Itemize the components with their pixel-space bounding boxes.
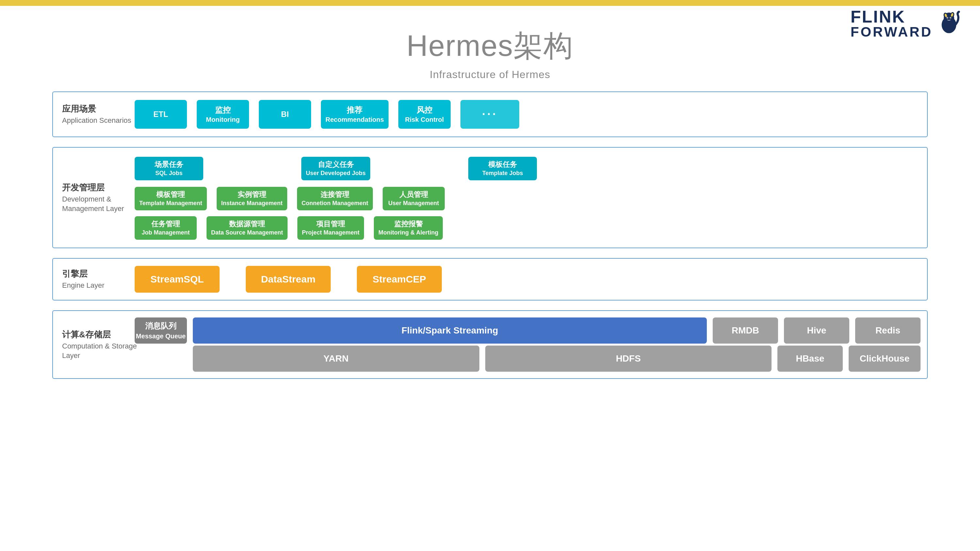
top-bar [0, 0, 980, 6]
btn-project-mgmt[interactable]: 项目管理 Project Management [298, 216, 364, 240]
btn-sql-jobs[interactable]: 场景任务 SQL Jobs [135, 157, 203, 180]
btn-user-mgmt[interactable]: 人员管理 User Management [383, 187, 445, 210]
btn-datasource-mgmt[interactable]: 数据源管理 Data Source Management [207, 216, 288, 240]
layer-dev-label-en: Development & Management Layer [62, 195, 124, 213]
btn-yarn[interactable]: YARN [193, 346, 479, 372]
btn-streamsql[interactable]: StreamSQL [135, 266, 220, 293]
layer-engine-label-cn: 引擎层 [62, 268, 105, 279]
btn-recommendations[interactable]: 推荐 Recommendations [321, 100, 388, 129]
architecture-diagram: 应用场景 Application Scenarios ETL 监控 Monito… [52, 91, 928, 525]
page-subtitle: Infrastructure of Hermes [0, 68, 980, 81]
layer-engine: 引擎层 Engine Layer StreamSQL DataStream St… [52, 258, 928, 300]
btn-job-mgmt[interactable]: 任务管理 Job Management [135, 216, 197, 240]
btn-etl[interactable]: ETL [135, 100, 187, 129]
layer-dev-label-cn: 开发管理层 [62, 182, 124, 193]
btn-monitoring-alerting[interactable]: 监控报警 Monitoring & Alerting [374, 216, 443, 240]
btn-hive[interactable]: Hive [784, 318, 849, 344]
btn-connection-mgmt[interactable]: 连接管理 Connetion Management [297, 187, 373, 210]
btn-flink-spark[interactable]: Flink/Spark Streaming [193, 318, 707, 344]
page-title: Hermes架构 [0, 26, 980, 66]
btn-redis[interactable]: Redis [855, 318, 921, 344]
layer-engine-label: 引擎层 Engine Layer [62, 268, 105, 291]
logo-line1: FLINK [851, 8, 932, 25]
btn-monitoring[interactable]: 监控 Monitoring [197, 100, 249, 129]
layer-app: 应用场景 Application Scenarios ETL 监控 Monito… [52, 91, 928, 137]
layer-dev-label: 开发管理层 Development & Management Layer [62, 182, 124, 213]
layer-compute: 计算&存储层 Computation & Storage Layer 消息队列 … [52, 310, 928, 379]
dev-row1: 场景任务 SQL Jobs 自定义任务 User Developed Jobs … [135, 157, 537, 180]
btn-bi[interactable]: BI [259, 100, 311, 129]
btn-rmdb[interactable]: RMDB [713, 318, 778, 344]
app-buttons: ETL 监控 Monitoring BI 推荐 Recommendations … [135, 100, 519, 129]
engine-buttons: StreamSQL DataStream StreamCEP [135, 266, 442, 293]
btn-template-mgmt[interactable]: 模板管理 Template Management [135, 187, 207, 210]
layer-compute-label: 计算&存储层 Computation & Storage Layer [62, 329, 137, 360]
layer-app-label-cn: 应用场景 [62, 103, 131, 114]
compute-content: 消息队列 Message Queue Flink/Spark Streaming… [135, 318, 921, 372]
layer-compute-label-en: Computation & Storage Layer [62, 341, 137, 360]
btn-hbase[interactable]: HBase [777, 346, 843, 372]
btn-more[interactable]: ··· [460, 100, 519, 129]
dev-row2: 模板管理 Template Management 实例管理 Instance M… [135, 187, 445, 210]
btn-clickhouse[interactable]: ClickHouse [849, 346, 921, 372]
btn-datastream[interactable]: DataStream [246, 266, 331, 293]
layer-app-label-en: Application Scenarios [62, 116, 131, 125]
layer-dev: 开发管理层 Development & Management Layer 场景任… [52, 147, 928, 248]
btn-template-jobs[interactable]: 模板任务 Template Jobs [468, 157, 537, 180]
layer-compute-label-cn: 计算&存储层 [62, 329, 137, 340]
dev-row3: 任务管理 Job Management 数据源管理 Data Source Ma… [135, 216, 443, 240]
svg-point-9 [950, 17, 951, 18]
btn-message-queue[interactable]: 消息队列 Message Queue [135, 318, 187, 344]
btn-risk-control[interactable]: 风控 Risk Control [398, 100, 450, 129]
btn-streamcep[interactable]: StreamCEP [357, 266, 442, 293]
layer-engine-label-en: Engine Layer [62, 281, 105, 291]
compute-bottom-row: YARN HDFS HBase ClickHouse [135, 346, 921, 372]
btn-user-jobs[interactable]: 自定义任务 User Developed Jobs [301, 157, 370, 180]
btn-instance-mgmt[interactable]: 实例管理 Instance Management [216, 187, 287, 210]
layer-app-label: 应用场景 Application Scenarios [62, 103, 131, 125]
btn-hdfs[interactable]: HDFS [485, 346, 772, 372]
svg-point-8 [947, 17, 948, 18]
compute-top-row: 消息队列 Message Queue Flink/Spark Streaming… [135, 318, 921, 344]
btn-etl-label: ETL [153, 109, 168, 119]
